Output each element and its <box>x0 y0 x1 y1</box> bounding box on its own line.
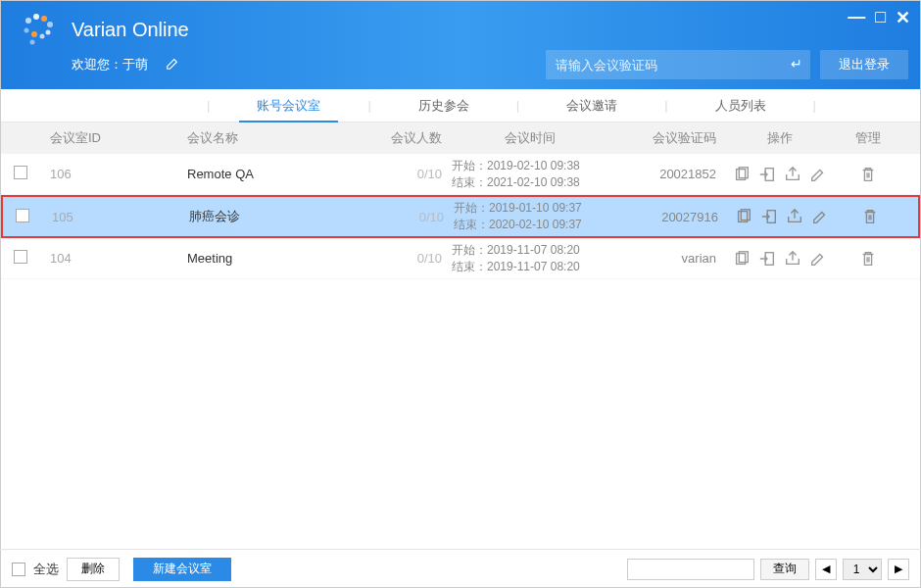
edit-icon[interactable] <box>810 207 830 226</box>
welcome-text: 欢迎您：于萌 <box>72 56 148 74</box>
room-id: 106 <box>50 167 72 181</box>
col-header-time: 会议时间 <box>452 129 608 147</box>
footer-bar: 全选 删除 新建会议室 查询 ◀ 1 ▶ <box>0 549 921 588</box>
tab-people[interactable]: 人员列表 <box>698 89 784 122</box>
app-logo <box>19 9 60 50</box>
verify-code-input[interactable] <box>546 50 810 79</box>
select-all-checkbox[interactable] <box>12 563 25 576</box>
query-button[interactable]: 查询 <box>760 559 809 580</box>
svg-point-3 <box>47 22 53 27</box>
table-row[interactable]: 105 肺癌会诊 0/10 开始：2019-01-10 09:37 结束：202… <box>1 195 920 238</box>
logout-button[interactable]: 退出登录 <box>820 50 908 79</box>
col-header-code: 会议验证码 <box>608 129 716 147</box>
page-prev-icon[interactable]: ◀ <box>815 559 837 580</box>
room-count: 0/10 <box>419 210 444 224</box>
room-name: Meeting <box>187 251 364 266</box>
enter-icon[interactable] <box>757 165 777 184</box>
room-time: 开始：2019-02-10 09:38 结束：2021-02-10 09:38 <box>452 158 608 191</box>
app-title: Varian Online <box>72 19 189 41</box>
svg-point-4 <box>24 28 29 33</box>
col-header-name: 会议名称 <box>187 129 364 147</box>
copy-icon[interactable] <box>732 249 751 269</box>
enter-icon[interactable] <box>757 249 777 269</box>
room-code: varian <box>682 251 716 266</box>
room-name: 肺癌会诊 <box>189 208 365 225</box>
row-checkbox[interactable] <box>14 166 27 179</box>
copy-icon[interactable] <box>732 165 751 184</box>
room-time: 开始：2019-01-10 09:37 结束：2020-02-10 09:37 <box>454 200 610 233</box>
delete-button[interactable]: 删除 <box>67 558 120 581</box>
svg-point-2 <box>41 16 47 22</box>
room-count: 0/10 <box>417 251 442 266</box>
new-room-button[interactable]: 新建会议室 <box>133 558 231 581</box>
minimize-icon[interactable]: — <box>848 7 865 28</box>
table-row[interactable]: 106 Remote QA 0/10 开始：2019-02-10 09:38 结… <box>1 154 920 195</box>
room-id: 104 <box>50 251 72 266</box>
svg-point-8 <box>46 30 51 35</box>
page-next-icon[interactable]: ▶ <box>888 559 909 580</box>
svg-point-7 <box>30 40 35 45</box>
room-name: Remote QA <box>187 167 364 181</box>
tab-bar: | 账号会议室 | 历史参会 | 会议邀请 | 人员列表 | <box>1 89 920 122</box>
table-row[interactable]: 104 Meeting 0/10 开始：2019-11-07 08:20 结束：… <box>1 238 920 279</box>
room-count: 0/10 <box>417 167 442 181</box>
svg-point-6 <box>40 34 45 39</box>
row-checkbox[interactable] <box>16 209 29 222</box>
svg-point-1 <box>33 14 39 20</box>
page-select[interactable]: 1 <box>843 559 882 580</box>
tab-account-rooms[interactable]: 账号会议室 <box>239 89 338 122</box>
close-icon[interactable]: ✕ <box>896 7 910 28</box>
query-input[interactable] <box>627 559 754 580</box>
col-header-manage: 管理 <box>844 129 893 147</box>
enter-icon[interactable] <box>759 207 779 226</box>
maximize-icon[interactable]: □ <box>875 7 886 28</box>
table-header: 会议室ID 会议名称 会议人数 会议时间 会议验证码 操作 管理 <box>1 122 920 154</box>
svg-point-5 <box>31 31 37 37</box>
tab-invites[interactable]: 会议邀请 <box>549 89 635 122</box>
copy-icon[interactable] <box>734 207 753 226</box>
tab-history[interactable]: 历史参会 <box>401 89 487 122</box>
edit-icon[interactable] <box>808 165 828 184</box>
col-header-count: 会议人数 <box>364 129 452 147</box>
search-submit-icon[interactable]: ↵ <box>791 56 802 72</box>
col-header-ops: 操作 <box>716 129 844 147</box>
delete-icon[interactable] <box>858 249 878 269</box>
share-icon[interactable] <box>783 249 802 269</box>
room-code: 20027916 <box>661 210 718 224</box>
row-checkbox[interactable] <box>14 250 27 264</box>
share-icon[interactable] <box>785 207 804 226</box>
app-header: Varian Online — □ ✕ 欢迎您：于萌 ↵ 退出登录 <box>1 1 920 89</box>
room-id: 105 <box>52 210 73 224</box>
room-time: 开始：2019-11-07 08:20 结束：2019-11-07 08:20 <box>452 242 608 275</box>
edit-icon[interactable] <box>808 249 828 269</box>
share-icon[interactable] <box>783 165 802 184</box>
select-all-label: 全选 <box>33 561 59 578</box>
edit-user-icon[interactable] <box>166 57 179 74</box>
room-code: 20021852 <box>659 167 716 181</box>
col-header-id: 会议室ID <box>40 129 187 147</box>
delete-icon[interactable] <box>860 207 880 226</box>
svg-point-0 <box>25 18 31 24</box>
delete-icon[interactable] <box>858 165 878 184</box>
